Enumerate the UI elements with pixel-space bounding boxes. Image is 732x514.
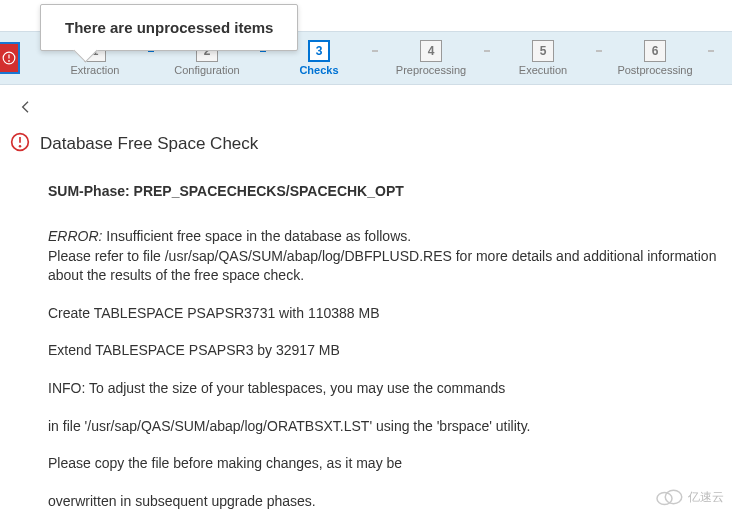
error-text-2: Please refer to file /usr/sap/QAS/SUM/ab… xyxy=(48,248,716,284)
svg-point-5 xyxy=(19,145,22,148)
watermark: 亿速云 xyxy=(654,488,724,506)
alert-icon xyxy=(2,51,16,65)
step-number: 4 xyxy=(420,40,442,62)
progress-bar: There are unprocessed items 1 Extraction… xyxy=(0,31,732,85)
chevron-left-icon xyxy=(18,99,34,115)
step-connector xyxy=(708,50,714,52)
extend-tablespace-line: Extend TABLESPACE PSAPSR3 by 32917 MB xyxy=(48,341,722,361)
create-tablespace-line: Create TABLESPACE PSAPSR3731 with 110388… xyxy=(48,304,722,324)
step-number: 5 xyxy=(532,40,554,62)
step-label: Preprocessing xyxy=(396,64,466,76)
info-line-2: in file '/usr/sap/QAS/SUM/abap/log/ORATB… xyxy=(48,417,722,437)
step-label: Execution xyxy=(519,64,567,76)
step-connector xyxy=(372,50,378,52)
unprocessed-items-tooltip: There are unprocessed items xyxy=(40,4,298,51)
svg-point-2 xyxy=(8,60,10,62)
info-line-4: overwritten in subsequent upgrade phases… xyxy=(48,492,722,512)
step-connector xyxy=(596,50,602,52)
step-label: Configuration xyxy=(174,64,239,76)
info-line-1: INFO: To adjust the size of your tablesp… xyxy=(48,379,722,399)
step-label: Postprocessing xyxy=(617,64,692,76)
step-execution[interactable]: 5 Execution xyxy=(498,40,588,76)
step-label: Extraction xyxy=(71,64,120,76)
step-preprocessing[interactable]: 4 Preprocessing xyxy=(386,40,476,76)
step-number: 6 xyxy=(644,40,666,62)
step-connector xyxy=(484,50,490,52)
page-title: Database Free Space Check xyxy=(40,134,258,154)
info-line-3: Please copy the file before making chang… xyxy=(48,454,722,474)
svg-point-7 xyxy=(665,490,682,504)
message-body: ERROR: Insufficient free space in the da… xyxy=(48,227,722,511)
error-icon xyxy=(10,132,30,155)
sum-phase-label: SUM-Phase: PREP_SPACECHECKS/SPACECHK_OPT xyxy=(48,183,722,199)
watermark-text: 亿速云 xyxy=(688,489,724,506)
error-paragraph: ERROR: Insufficient free space in the da… xyxy=(48,227,722,286)
step-number: 3 xyxy=(308,40,330,62)
cloud-icon xyxy=(654,488,684,506)
error-text-1: Insufficient free space in the database … xyxy=(102,228,411,244)
alert-badge[interactable] xyxy=(0,42,20,74)
step-label: Checks xyxy=(299,64,338,76)
back-button[interactable] xyxy=(18,99,34,118)
step-postprocessing[interactable]: 6 Postprocessing xyxy=(610,40,700,76)
error-prefix: ERROR: xyxy=(48,228,102,244)
